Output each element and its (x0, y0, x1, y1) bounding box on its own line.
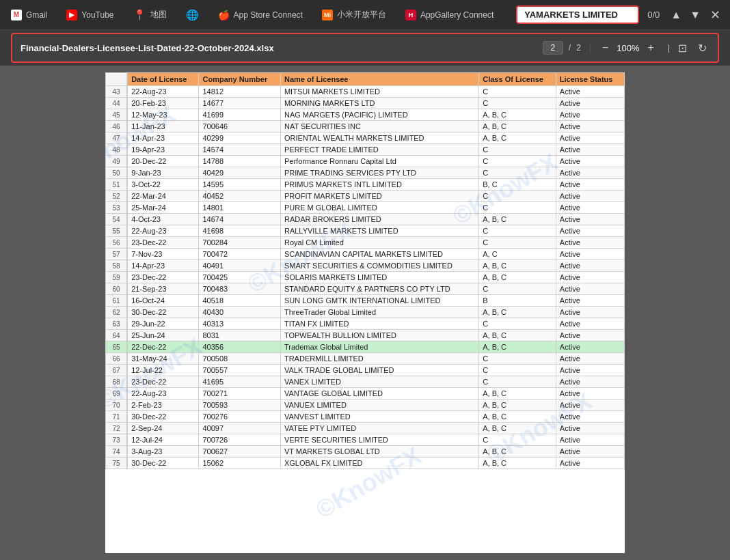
cell-class: C (479, 167, 556, 179)
cell-row-num: 74 (106, 446, 128, 458)
cell-company: 700508 (199, 353, 280, 365)
pdf-zoom-in-button[interactable]: + (645, 40, 657, 55)
cell-row-num: 52 (106, 191, 128, 202)
table-row: 722-Sep-2440097VATEE PTY LIMITEDA, B, CA… (106, 423, 625, 434)
tab-huawei-label: AppGallery Connect (420, 10, 494, 20)
cell-row-num: 59 (106, 272, 128, 283)
cell-company: 700472 (199, 249, 280, 260)
table-row: 6823-Dec-2241695VANEX LIMITEDCActive (106, 376, 625, 388)
search-highlight-section: YAMARKETS LIMITED 0/0 ▲ ▼ ✕ (516, 5, 725, 24)
cell-company: 14574 (199, 144, 280, 156)
cell-class: A, B, C (479, 132, 556, 144)
table-row: 4819-Apr-2314574PERFECT TRADE LIMITEDCAc… (106, 144, 625, 156)
cell-status: Active (556, 365, 624, 376)
cell-row-num: 66 (106, 353, 128, 365)
pdf-controls: / 2 | − 100% + | ⊡ ↻ (543, 40, 709, 56)
cell-class: C (479, 318, 556, 330)
pdf-page-input[interactable] (543, 41, 563, 55)
cell-class: C (479, 353, 556, 365)
cell-status: Active (556, 434, 624, 446)
huawei-icon: H (405, 10, 416, 20)
search-prev-button[interactable]: ▲ (668, 8, 684, 23)
cell-name: SCANDINAVIAN CAPITAL MARKETS LIMITED (280, 249, 478, 260)
cell-date: 31-May-24 (127, 353, 199, 365)
cell-class: A, B, C (479, 400, 556, 411)
pdf-zoom-out-button[interactable]: − (599, 40, 611, 55)
cell-status: Active (556, 109, 624, 121)
cell-row-num: 54 (106, 214, 128, 225)
cell-class: A, B, C (479, 446, 556, 458)
cell-row-num: 70 (106, 400, 128, 411)
cell-date: 12-Jul-22 (127, 365, 199, 376)
tab-appstore[interactable]: 🍎 App Store Connect (213, 7, 308, 23)
cell-date: 9-Jan-23 (127, 167, 199, 179)
cell-class: A, B, C (479, 411, 556, 423)
cell-company: 14812 (199, 86, 280, 98)
cell-company: 700284 (199, 237, 280, 249)
cell-class: B (479, 295, 556, 307)
table-row: 513-Oct-2214595PRIMUS MARKETS INTL LIMIT… (106, 179, 625, 191)
search-highlight-text: YAMARKETS LIMITED (524, 10, 618, 20)
cell-name: VATEE PTY LIMITED (280, 423, 478, 434)
cell-status: Active (556, 376, 624, 388)
search-close-button[interactable]: ✕ (706, 6, 725, 24)
cell-status: Active (556, 121, 624, 132)
cell-date: 12-Jul-24 (127, 434, 199, 446)
cell-company: 41699 (199, 109, 280, 121)
tab-mi-label: 小米开放平台 (337, 9, 386, 20)
cell-status: Active (556, 167, 624, 179)
cell-status: Active (556, 318, 624, 330)
table-row: 5222-Mar-2440452PROFIT MARKETS LIMITEDCA… (106, 191, 625, 202)
cell-status: Active (556, 446, 624, 458)
tab-huawei[interactable]: H AppGallery Connect (400, 7, 499, 23)
tab-youtube-label: YouTube (81, 10, 113, 20)
col-header-date: Date of License (127, 73, 199, 86)
cell-class: C (479, 434, 556, 446)
table-row: 6116-Oct-2440518SUN LONG GMTK INTERNATIO… (106, 295, 625, 307)
cell-row-num: 64 (106, 330, 128, 341)
cell-date: 23-Dec-22 (127, 376, 199, 388)
cell-class: C (479, 283, 556, 295)
table-row: 7530-Dec-2215062XGLOBAL FX LIMITEDA, B, … (106, 458, 625, 469)
cell-name: PRIMUS MARKETS INTL LIMITED (280, 179, 478, 191)
cell-name: VALK TRADE GLOBAL LIMITED (280, 365, 478, 376)
gmail-icon: M (11, 10, 22, 20)
cell-row-num: 44 (106, 98, 128, 109)
cell-name: ORIENTAL WEALTH MARKETS LIMITED (280, 132, 478, 144)
cell-row-num: 47 (106, 132, 128, 144)
cell-date: 23-Dec-22 (127, 272, 199, 283)
spreadsheet-container: ©KnowFX ©KnowFX ©KnowFX ©KnowFX ©KnowFX … (105, 72, 625, 553)
pdf-rotate-button[interactable]: ↻ (695, 40, 709, 56)
search-highlight-box[interactable]: YAMARKETS LIMITED (516, 5, 639, 24)
cell-status: Active (556, 132, 624, 144)
cell-date: 16-Oct-24 (127, 295, 199, 307)
cell-date: 25-Mar-24 (127, 202, 199, 214)
col-header-name: Name of Licensee (280, 73, 478, 86)
cell-row-num: 45 (106, 109, 128, 121)
table-row: 6712-Jul-22700557VALK TRADE GLOBAL LIMIT… (106, 365, 625, 376)
table-row: 7312-Jul-24700726VERTE SECURITIES LIMITE… (106, 434, 625, 446)
tab-mi[interactable]: Mi 小米开放平台 (316, 6, 392, 23)
cell-status: Active (556, 144, 624, 156)
cell-status: Active (556, 388, 624, 400)
cell-status: Active (556, 86, 624, 98)
tab-globe[interactable]: 🌐 (180, 6, 204, 24)
search-next-button[interactable]: ▼ (687, 8, 703, 23)
tab-maps[interactable]: 📍 地图 (128, 6, 172, 24)
cell-status: Active (556, 260, 624, 272)
cell-date: 7-Nov-23 (127, 249, 199, 260)
tab-youtube[interactable]: ▶ YouTube (61, 7, 119, 23)
table-row: 4611-Jan-23700646NAT SECURITIES INCA, B,… (106, 121, 625, 132)
cell-row-num: 65 (106, 341, 128, 353)
cell-name: NAG MARGETS (PACIFIC) LIMITED (280, 109, 478, 121)
cell-company: 40097 (199, 423, 280, 434)
pdf-fit-button[interactable]: ⊡ (675, 40, 690, 56)
cell-date: 22-Aug-23 (127, 388, 199, 400)
browser-tab-bar: M Gmail ▶ YouTube 📍 地图 🌐 🍎 App Store Con… (0, 0, 730, 30)
search-page-count: 0/0 (642, 10, 665, 20)
tab-gmail[interactable]: M Gmail (5, 7, 53, 23)
cell-name: SUN LONG GMTK INTERNATIONAL LIMITED (280, 295, 478, 307)
cell-class: A, B, C (479, 121, 556, 132)
cell-row-num: 67 (106, 365, 128, 376)
cell-row-num: 46 (106, 121, 128, 132)
